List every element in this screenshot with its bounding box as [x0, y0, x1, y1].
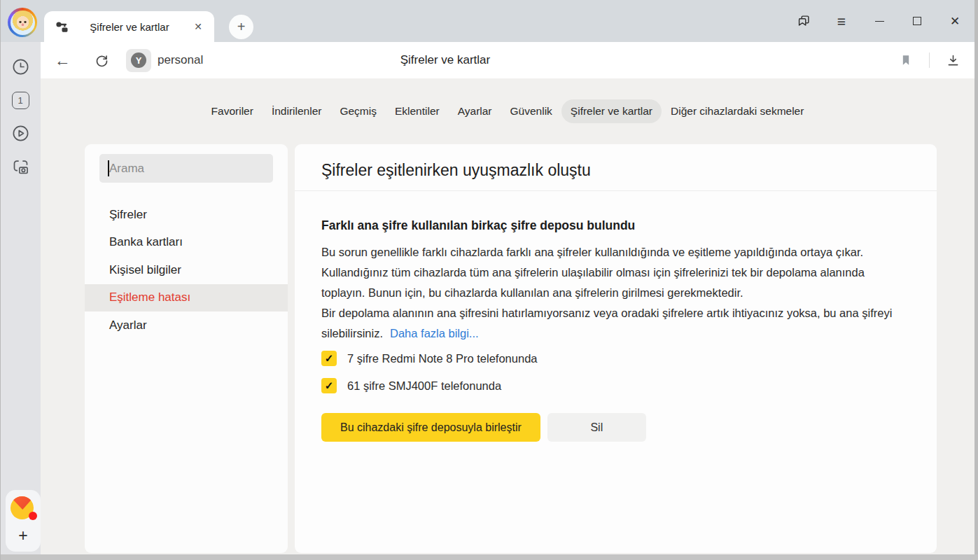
- paragraph-1: Bu sorun genellikle farklı cihazlarda fa…: [321, 242, 910, 262]
- nav-gecmis[interactable]: Geçmiş: [330, 99, 386, 123]
- new-tab-button[interactable]: +: [229, 15, 253, 39]
- side-panels-icon[interactable]: [785, 7, 823, 35]
- checkbox-checked-icon[interactable]: ✓: [321, 351, 337, 366]
- mail-notification-dot: [29, 512, 37, 520]
- panel-divider: [295, 190, 937, 191]
- toolbar-right: [893, 47, 974, 74]
- settings-nav: Favoriler İndirilenler Geçmiş Eklentiler…: [41, 99, 974, 123]
- tab-strip: Şifreler ve kartlar ✕ + ≡ ✕: [1, 0, 978, 42]
- tab-counter-icon[interactable]: 1: [11, 90, 30, 110]
- tab-title: Şifreler ve kartlar: [69, 21, 190, 33]
- search-input[interactable]: [99, 154, 273, 183]
- nav-ayarlar[interactable]: Ayarlar: [449, 99, 501, 123]
- menu-icon[interactable]: ≡: [823, 7, 860, 35]
- maximize-button[interactable]: [898, 7, 936, 35]
- sidebar-item-ayarlar[interactable]: Ayarlar: [85, 312, 288, 340]
- content-area: Favoriler İndirilenler Geçmiş Eklentiler…: [41, 78, 974, 554]
- vault-label: 61 şifre SMJ400F telefonunda: [347, 379, 501, 393]
- sidebar-item-sifreler[interactable]: Şifreler: [85, 201, 288, 229]
- nav-diger-cihazlar[interactable]: Diğer cihazlardaki sekmeler: [662, 99, 813, 123]
- yandex-protect-icon: Y: [131, 52, 146, 68]
- panel-title: Şifreler eşitlenirken uyuşmazlık oluştu: [321, 159, 910, 182]
- toolbar-separator: [929, 52, 930, 68]
- conflict-subtitle: Farklı ana şifre kullanılan birkaç şifre…: [321, 218, 910, 233]
- minimize-button[interactable]: [860, 7, 898, 35]
- sync-conflict-panel: Şifreler eşitlenirken uyuşmazlık oluştu …: [295, 144, 937, 553]
- play-circle-icon[interactable]: [11, 123, 30, 143]
- screenshot-camera-icon[interactable]: [11, 157, 30, 176]
- history-clock-icon[interactable]: [11, 57, 30, 76]
- window-edge-bottom: [1, 554, 978, 560]
- protect-badge[interactable]: Y: [126, 49, 151, 72]
- window-edge-right: [974, 0, 978, 560]
- nav-guvenlik[interactable]: Güvenlik: [501, 99, 561, 123]
- url-text[interactable]: personal: [158, 53, 203, 67]
- sidebar-menu: Şifreler Banka kartları Kişisel bilgiler…: [85, 201, 288, 340]
- active-tab[interactable]: Şifreler ve kartlar ✕: [44, 11, 214, 42]
- sidebar-item-kisisel-bilgiler[interactable]: Kişisel bilgiler: [85, 256, 288, 284]
- mail-flap: [11, 496, 34, 510]
- side-rail: 1 +: [1, 42, 41, 554]
- reload-button[interactable]: [88, 47, 115, 74]
- nav-favoriler[interactable]: Favoriler: [202, 99, 263, 123]
- back-button[interactable]: ←: [49, 47, 76, 74]
- more-info-link[interactable]: Daha fazla bilgi...: [390, 327, 479, 340]
- passwords-sidebar: Şifreler Banka kartları Kişisel bilgiler…: [85, 144, 288, 553]
- nav-sifreler-ve-kartlar[interactable]: Şifreler ve kartlar: [561, 99, 662, 123]
- vault-checkbox-smj400f[interactable]: ✓ 61 şifre SMJ400F telefonunda: [321, 377, 910, 394]
- window-controls: ≡ ✕: [785, 6, 974, 36]
- bookmark-icon[interactable]: [893, 47, 919, 74]
- paragraph-2: Kullandığınız tüm cihazlarda tüm ana şif…: [321, 262, 910, 303]
- checkbox-checked-icon[interactable]: ✓: [321, 378, 337, 393]
- window-close-button[interactable]: ✕: [936, 7, 974, 35]
- vault-checkbox-redmi[interactable]: ✓ 7 şifre Redmi Note 8 Pro telefonunda: [321, 350, 910, 367]
- delete-button[interactable]: Sil: [547, 413, 646, 442]
- action-buttons: Bu cihazdaki şifre deposuyla birleştir S…: [321, 413, 910, 442]
- page-title: Şifreler ve kartlar: [400, 53, 490, 67]
- mail-logo[interactable]: [11, 496, 36, 522]
- profile-avatar[interactable]: [8, 8, 37, 37]
- toolbar: ← Y personal Şifreler ve kartlar: [41, 42, 974, 78]
- browser-window: Şifreler ve kartlar ✕ + ≡ ✕ ←: [0, 0, 978, 560]
- paragraph-3: Bir depolama alanının ana şifresini hatı…: [321, 303, 910, 344]
- vault-checkbox-list: ✓ 7 şifre Redmi Note 8 Pro telefonunda ✓…: [321, 350, 910, 394]
- sidebar-item-banka-kartlari[interactable]: Banka kartları: [85, 229, 288, 257]
- nav-eklentiler[interactable]: Eklentiler: [386, 99, 449, 123]
- rail-add-button[interactable]: +: [18, 528, 27, 544]
- merge-button[interactable]: Bu cihazdaki şifre deposuyla birleştir: [321, 413, 540, 442]
- text-caret: [108, 160, 109, 176]
- download-icon[interactable]: [939, 47, 966, 74]
- nav-indirilenler[interactable]: İndirilenler: [263, 99, 331, 123]
- tab-close-icon[interactable]: ✕: [190, 19, 206, 34]
- rail-bottom-panel: +: [6, 490, 41, 552]
- sidebar-item-esitleme-hatasi[interactable]: Eşitleme hatası: [85, 284, 288, 312]
- conflict-description: Bu sorun genellikle farklı cihazlarda fa…: [321, 242, 910, 344]
- key-card-icon: [55, 20, 69, 34]
- search-wrap: [99, 154, 273, 183]
- avatar-image: [11, 10, 35, 35]
- vault-label: 7 şifre Redmi Note 8 Pro telefonunda: [347, 352, 538, 365]
